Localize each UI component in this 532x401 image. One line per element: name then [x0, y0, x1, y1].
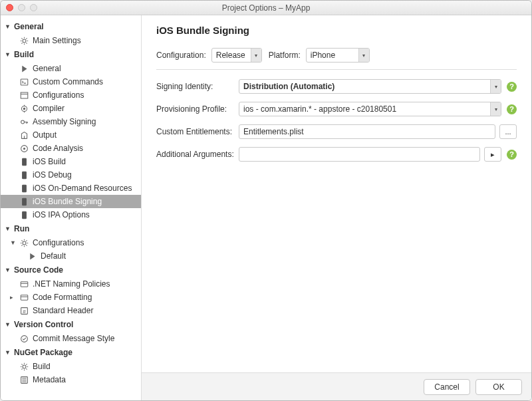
sidebar-item[interactable]: ▸Code Formatting	[1, 291, 141, 304]
ok-button[interactable]: OK	[475, 379, 522, 395]
svg-rect-15	[21, 295, 28, 299]
phone-icon	[19, 157, 29, 166]
sidebar-item-label: General	[33, 64, 61, 73]
gear-icon	[19, 362, 29, 371]
platform-select[interactable]: iPhone ▾	[306, 48, 370, 63]
sidebar-item-label: Metadata	[33, 375, 66, 384]
sidebar-item[interactable]: Compiler	[1, 102, 141, 115]
platform-value: iPhone	[311, 51, 335, 60]
sidebar-item[interactable]: Output	[1, 128, 141, 142]
play-icon	[19, 64, 29, 73]
signing-identity-label: Signing Identity:	[156, 82, 239, 91]
key-icon	[19, 117, 29, 126]
sidebar-category[interactable]: ▼NuGet Package	[1, 345, 141, 360]
window-title: Project Options – MyApp	[1, 3, 531, 13]
sidebar-category[interactable]: ▼Version Control	[1, 317, 141, 332]
provisioning-profile-value: ios - com.xamarin.* - appstore - c201805…	[243, 104, 396, 114]
sidebar-item[interactable]: iOS Bundle Signing	[1, 195, 141, 208]
hash-icon: #	[19, 306, 29, 315]
sidebar-item[interactable]: Main Settings	[1, 34, 141, 47]
provisioning-profile-select[interactable]: ios - com.xamarin.* - appstore - c201805…	[239, 102, 501, 116]
sidebar-item[interactable]: General	[1, 62, 141, 75]
sidebar-item[interactable]: Build	[1, 360, 141, 373]
custom-entitlements-input[interactable]: Entitlements.plist	[239, 124, 495, 139]
svg-point-18	[21, 335, 27, 342]
additional-arguments-label: Additional Arguments:	[156, 150, 239, 159]
signing-identity-select[interactable]: Distribution (Automatic) ▾	[239, 79, 501, 94]
sidebar-item[interactable]: Code Analysis	[1, 142, 141, 155]
svg-rect-11	[22, 198, 26, 205]
sidebar-item-label: Configurations	[33, 90, 84, 100]
chevron-down-icon: ▾	[490, 102, 501, 116]
svg-point-5	[21, 120, 24, 124]
sidebar-item[interactable]: Configurations	[1, 88, 141, 102]
help-icon[interactable]: ?	[507, 82, 517, 92]
cancel-button[interactable]: Cancel	[424, 379, 470, 395]
close-icon[interactable]	[6, 4, 13, 11]
custom-entitlements-value: Entitlements.plist	[243, 127, 304, 136]
svg-text:#: #	[23, 308, 26, 314]
sidebar-category[interactable]: ▼Build	[1, 47, 141, 62]
disclosure-triangle-icon: ▼	[5, 349, 11, 356]
disclosure-triangle-icon: ▼	[5, 51, 11, 58]
chevron-down-icon: ▾	[490, 80, 501, 93]
sidebar-item[interactable]: iOS Debug	[1, 168, 141, 182]
phone-icon	[19, 210, 29, 219]
card-icon	[19, 279, 29, 289]
disclosure-triangle-icon: ▼	[5, 23, 11, 30]
help-icon[interactable]: ?	[507, 104, 517, 114]
sidebar-item-label: Custom Commands	[33, 77, 103, 86]
sidebar: ▼GeneralMain Settings▼BuildGeneralCustom…	[1, 15, 142, 400]
sidebar-item[interactable]: iOS Build	[1, 155, 141, 168]
sidebar-item-label: Assembly Signing	[33, 117, 96, 126]
gear-icon	[19, 238, 29, 247]
minimize-icon[interactable]	[18, 4, 25, 11]
configuration-select[interactable]: Release ▾	[211, 48, 262, 63]
sidebar-item-label: iOS IPA Options	[33, 210, 90, 219]
svg-point-13	[23, 241, 26, 245]
sidebar-item[interactable]: Assembly Signing	[1, 115, 141, 128]
browse-button[interactable]: ...	[499, 124, 517, 139]
window-icon	[19, 90, 29, 100]
sidebar-item[interactable]: iOS On-Demand Resources	[1, 182, 141, 195]
terminal-icon	[19, 77, 29, 86]
configuration-label: Configuration:	[156, 51, 211, 60]
arguments-picker-button[interactable]: ▸	[484, 147, 501, 162]
svg-point-0	[23, 39, 26, 43]
sidebar-item[interactable]: #Standard Header	[1, 304, 141, 317]
sidebar-item[interactable]: Metadata	[1, 373, 141, 386]
svg-rect-14	[21, 281, 28, 286]
play-icon	[27, 251, 37, 261]
disclosure-triangle-icon: ▼	[5, 225, 11, 232]
sidebar-item[interactable]: Default	[1, 249, 141, 263]
output-icon	[19, 130, 29, 140]
sidebar-item-label: Code Analysis	[33, 144, 83, 153]
sidebar-item-label: Standard Header	[33, 306, 93, 315]
compiler-icon	[19, 104, 29, 113]
sidebar-category[interactable]: ▼Source Code	[1, 263, 141, 277]
svg-rect-8	[22, 158, 26, 166]
svg-rect-1	[21, 79, 28, 85]
configuration-value: Release	[216, 51, 245, 60]
sidebar-item[interactable]: .NET Naming Policies	[1, 277, 141, 291]
sidebar-item[interactable]: Commit Message Style	[1, 332, 141, 345]
svg-point-19	[23, 365, 26, 368]
platform-label: Platform:	[269, 51, 306, 60]
chevron-down-icon: ▾	[358, 49, 369, 62]
sidebar-item[interactable]: iOS IPA Options	[1, 208, 141, 221]
sidebar-item-label: Output	[33, 130, 57, 140]
help-icon[interactable]: ?	[507, 150, 517, 160]
phone-icon	[19, 197, 29, 206]
sidebar-item-label: iOS Debug	[33, 170, 72, 180]
check-icon	[19, 334, 29, 343]
page-title: iOS Bundle Signing	[156, 25, 517, 36]
sidebar-category[interactable]: ▼Run	[1, 221, 141, 236]
sidebar-item-label: iOS On-Demand Resources	[33, 184, 132, 193]
list-icon	[19, 375, 29, 384]
sidebar-item[interactable]: Custom Commands	[1, 75, 141, 88]
sidebar-category[interactable]: ▼General	[1, 19, 141, 34]
disclosure-triangle-icon: ▸	[10, 294, 15, 301]
additional-arguments-input[interactable]	[239, 147, 480, 162]
sidebar-item[interactable]: ▼Configurations	[1, 236, 141, 249]
maximize-icon[interactable]	[30, 4, 37, 11]
